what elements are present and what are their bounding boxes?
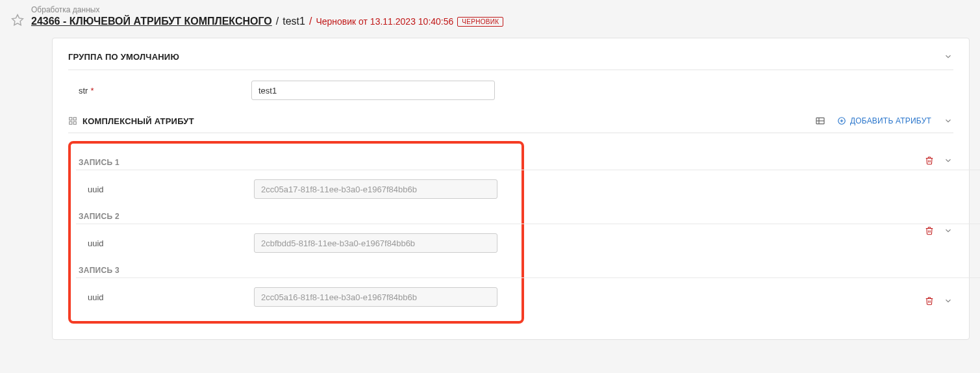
group-title: ГРУППА ПО УМОЛЧАНИЮ — [68, 52, 179, 62]
trash-icon[interactable] — [925, 296, 934, 305]
complex-title: КОМПЛЕКСНЫЙ АТРИБУТ — [82, 116, 194, 126]
table-view-icon[interactable] — [815, 116, 825, 126]
add-attribute-button[interactable]: ДОБАВИТЬ АТРИБУТ — [837, 116, 931, 125]
str-input[interactable] — [251, 81, 495, 100]
chevron-down-icon[interactable] — [943, 51, 953, 62]
svg-rect-2 — [73, 118, 76, 120]
main-card: ГРУППА ПО УМОЛЧАНИЮ str * КОМПЛЕКСНЫЙ АТ… — [52, 38, 970, 340]
required-star: * — [90, 86, 94, 96]
record-1: ЗАПИСЬ 1 uuid — [76, 151, 516, 203]
draft-timestamp: Черновик от 13.11.2023 10:40:56 — [316, 16, 453, 27]
chevron-down-icon[interactable] — [943, 225, 953, 236]
svg-rect-4 — [73, 122, 76, 124]
svg-rect-3 — [69, 122, 72, 124]
svg-rect-1 — [69, 118, 72, 120]
record-3: ЗАПИСЬ 3 uuid — [76, 259, 516, 311]
uuid-label: uuid — [88, 238, 244, 248]
record-title: ЗАПИСЬ 3 — [76, 266, 119, 275]
title-sub: test1 — [283, 16, 305, 27]
chevron-down-icon[interactable] — [943, 155, 953, 166]
page-title: 24366 - КЛЮЧЕВОЙ АТРИБУТ КОМПЛЕКСНОГО / … — [31, 16, 970, 27]
title-separator: / — [276, 16, 279, 27]
title-link[interactable]: 24366 - КЛЮЧЕВОЙ АТРИБУТ КОМПЛЕКСНОГО — [31, 16, 272, 27]
chevron-down-icon[interactable] — [943, 296, 953, 306]
field-label-str: str * — [79, 86, 241, 96]
chevron-down-icon[interactable] — [943, 116, 953, 126]
uuid-input[interactable] — [254, 287, 497, 307]
plus-circle-icon — [837, 116, 846, 125]
highlight-box: ЗАПИСЬ 1 uuid ЗАПИСЬ 2 uuid — [68, 141, 524, 324]
breadcrumb: Обработка данных — [31, 5, 970, 14]
draft-badge: ЧЕРНОВИК — [457, 17, 503, 27]
complex-icon — [68, 116, 77, 125]
uuid-input[interactable] — [254, 233, 497, 253]
trash-icon[interactable] — [925, 226, 934, 235]
uuid-label: uuid — [88, 292, 244, 302]
record-2: ЗАПИСЬ 2 uuid — [76, 205, 516, 257]
svg-marker-0 — [12, 15, 23, 25]
title-separator: / — [309, 16, 312, 27]
uuid-input[interactable] — [254, 179, 497, 199]
uuid-label: uuid — [88, 185, 244, 194]
record-title: ЗАПИСЬ 1 — [76, 158, 119, 167]
trash-icon[interactable] — [925, 156, 934, 165]
favorite-star-icon[interactable] — [10, 13, 25, 27]
record-title: ЗАПИСЬ 2 — [76, 212, 119, 221]
